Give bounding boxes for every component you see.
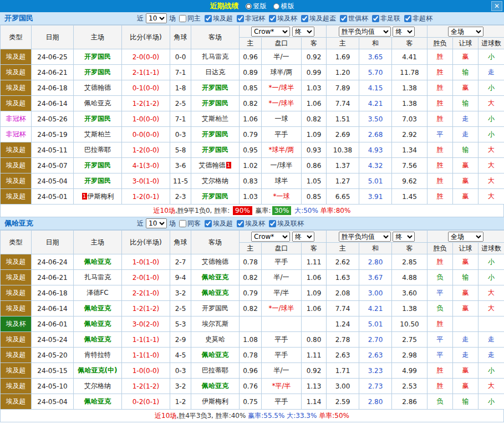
avg-final-select[interactable]: 终 xyxy=(393,232,415,242)
filter-checkbox-option[interactable]: 世俱杯 xyxy=(340,14,368,23)
avg-odds-select[interactable]: 胜平负均值 xyxy=(339,232,391,242)
avg-away-value: 7.56 xyxy=(392,158,427,173)
odds-final-select[interactable]: 终 xyxy=(292,27,314,37)
filter-checkbox[interactable] xyxy=(179,220,186,227)
corner-count: 5-3 xyxy=(170,316,191,332)
avg-odds-select[interactable]: 胜平负均值 xyxy=(339,27,391,37)
result-goals: 大 xyxy=(478,96,504,111)
filter-checkbox[interactable] xyxy=(340,15,347,22)
layout-option-horizontal[interactable]: 横版 xyxy=(273,2,294,11)
close-icon[interactable]: ✕ xyxy=(491,1,502,11)
match-date: 24-05-11 xyxy=(32,142,74,158)
subcol-goals: 进球数 xyxy=(478,38,504,49)
match-date: 24-05-24 xyxy=(32,332,74,348)
horizontal-layout-radio[interactable] xyxy=(273,3,279,9)
league-type-badge: 非冠杯 xyxy=(1,127,32,142)
fullmatch-select[interactable]: 全场 xyxy=(448,27,483,37)
filter-checkbox-label: 非足联 xyxy=(380,14,400,23)
match-row: 埃及超24-06-21开罗国民2-1(1-1)7-1日达克0.89球半/两0.9… xyxy=(1,65,504,80)
result-goals: 小 xyxy=(478,111,504,127)
home-team: 1伊斯梅利 xyxy=(74,189,122,205)
away-team: 开罗国民 xyxy=(191,189,240,205)
avg-final-select[interactable]: 终 xyxy=(393,27,415,37)
odds-home-value: 0.75 xyxy=(240,394,262,410)
corner-count: 0-3 xyxy=(170,363,191,379)
titlebar: 近期战绩 竖版 横版 ✕ xyxy=(0,0,504,12)
odds-home-value: 0.78 xyxy=(240,348,262,363)
match-date: 24-05-26 xyxy=(32,111,74,127)
fullmatch-select[interactable]: 全场 xyxy=(448,232,483,242)
filter-checkbox-option[interactable]: 埃及杯 xyxy=(237,219,265,228)
match-row: 埃及超24-06-14佩哈亚克1-2(1-2)2-5开罗国民0.82*一/球半1… xyxy=(1,301,504,316)
filter-checkbox-option[interactable]: 埃及杯 xyxy=(269,14,297,23)
filter-checkbox[interactable] xyxy=(237,15,244,22)
filter-checkbox[interactable] xyxy=(179,15,186,22)
filter-checkbox-option[interactable]: 埃及超盃 xyxy=(301,14,336,23)
corner-count: 3-2 xyxy=(170,379,191,394)
avg-home-value: 2.69 xyxy=(327,127,359,142)
match-date: 24-05-04 xyxy=(32,394,74,410)
subcol-handicap-result: 让球 xyxy=(453,243,478,254)
handicap-line: 球半/两 xyxy=(262,65,302,80)
filter-checkbox-option[interactable]: 同主 xyxy=(179,14,201,23)
filter-checkbox-option[interactable]: 非超杯 xyxy=(404,14,432,23)
result-outcome: 胜 xyxy=(427,363,453,379)
result-outcome: 胜 xyxy=(427,96,453,111)
corner-count: 2-7 xyxy=(170,254,191,270)
home-team-name: 佩哈亚克 xyxy=(84,258,111,265)
score-halftime: 1-2(1-2) xyxy=(122,301,170,316)
league-type-badge: 埃及杯 xyxy=(1,316,32,332)
col-header-corner: 角球 xyxy=(170,231,191,254)
filter-checkbox-option[interactable]: 同客 xyxy=(179,219,201,228)
subcol-outcome: 胜负 xyxy=(427,38,453,49)
red-card-badge: 1 xyxy=(226,162,231,168)
odds-company-select[interactable]: Crow* xyxy=(251,27,290,37)
filter-checkbox[interactable] xyxy=(205,15,212,22)
summary-rate-badge: 30% xyxy=(272,206,292,215)
vertical-layout-radio[interactable] xyxy=(246,3,252,9)
corner-count: 5-8 xyxy=(170,142,191,158)
away-team: 巴拉蒂耶 xyxy=(191,363,240,379)
result-handicap: 输 xyxy=(453,142,478,158)
match-count-select[interactable]: 10 xyxy=(146,13,167,23)
odds-home-value: 0.76 xyxy=(240,379,262,394)
avg-draw-value: 4.32 xyxy=(359,158,392,173)
col-header-home: 主场 xyxy=(74,231,122,254)
away-team: 艾德翰德 xyxy=(191,254,240,270)
filter-checkbox[interactable] xyxy=(205,220,212,227)
match-rows: 埃及超24-06-24佩哈亚克1-0(1-0)2-7艾德翰德0.78平手1.11… xyxy=(1,254,504,410)
filter-checkbox[interactable] xyxy=(404,15,411,22)
filter-checkbox[interactable] xyxy=(301,15,308,22)
filter-checkbox-option[interactable]: 非足联 xyxy=(372,14,400,23)
filter-checkbox-option[interactable]: 埃及超 xyxy=(205,219,233,228)
score-halftime: 4-1(3-0) xyxy=(122,158,170,173)
match-count-select[interactable]: 10 xyxy=(146,218,167,228)
odds-away-value: 1.11 xyxy=(302,254,327,270)
away-team-name: 伊斯梅利 xyxy=(202,397,228,405)
score-halftime: 1-0(1-0) xyxy=(122,254,170,270)
filter-checkbox-label: 非超杯 xyxy=(413,14,432,23)
recent-matches-table: 类型 日期 主场 比分(半场) 角球 客场 Crow* 终 胜平负均值 终 全场 xyxy=(0,25,504,205)
filter-checkbox[interactable] xyxy=(237,220,244,227)
odds-company-select[interactable]: Crow* xyxy=(251,232,290,242)
avg-home-value: 2.62 xyxy=(327,254,359,270)
odds-home-value: 1.06 xyxy=(240,111,262,127)
layout-option-vertical[interactable]: 竖版 xyxy=(246,2,267,11)
result-goals: 走 xyxy=(478,65,504,80)
avg-away-value: 2.92 xyxy=(392,127,427,142)
odds-final-select[interactable]: 终 xyxy=(292,232,314,242)
score-halftime: 1-2(0-0) xyxy=(122,142,170,158)
avg-home-value: 1.27 xyxy=(327,173,359,189)
filter-checkbox-option[interactable]: 埃及超 xyxy=(205,14,233,23)
filter-checkbox[interactable] xyxy=(269,15,276,22)
result-goals: 大 xyxy=(478,285,504,301)
odds-away-value: 1.11 xyxy=(302,348,327,363)
league-type-badge: 埃及超 xyxy=(1,158,32,173)
corner-count: 3-6 xyxy=(170,158,191,173)
filter-checkbox[interactable] xyxy=(269,220,276,227)
summary-text: ,胜9平1负0, 胜率: xyxy=(175,207,232,214)
filter-checkbox-option[interactable]: 非冠杯 xyxy=(237,14,265,23)
filter-checkbox[interactable] xyxy=(372,15,379,22)
avg-home-value: 7.89 xyxy=(327,80,359,96)
filter-checkbox-option[interactable]: 埃及联杯 xyxy=(269,219,304,228)
